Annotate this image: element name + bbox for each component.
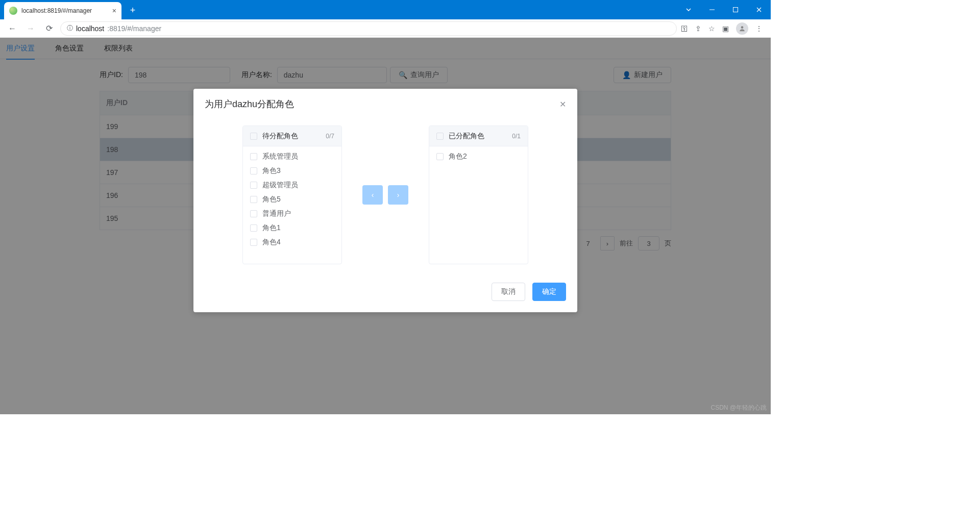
info-icon: ⓘ bbox=[67, 24, 73, 33]
checkbox[interactable] bbox=[250, 182, 257, 189]
checkbox[interactable] bbox=[250, 153, 257, 160]
item-label: 角色4 bbox=[262, 238, 281, 247]
panel-title: 待分配角色 bbox=[262, 132, 326, 141]
reload-icon[interactable]: ⟳ bbox=[42, 21, 56, 36]
cancel-button[interactable]: 取消 bbox=[492, 283, 525, 301]
transfer-item[interactable]: 角色1 bbox=[243, 221, 341, 235]
tab-favicon bbox=[9, 7, 17, 15]
close-icon[interactable]: ✕ bbox=[559, 99, 566, 109]
available-roles-panel: 待分配角色 0/7 系统管理员角色3超级管理员角色5普通用户角色1角色4 bbox=[242, 126, 342, 264]
browser-tab[interactable]: localhost:8819/#/manager × bbox=[4, 2, 121, 19]
tab-title: localhost:8819/#/manager bbox=[21, 7, 92, 14]
panel-title: 已分配角色 bbox=[449, 132, 512, 141]
dialog-title: 为用户dazhu分配角色 bbox=[205, 98, 559, 110]
item-label: 普通用户 bbox=[262, 209, 291, 218]
item-label: 角色2 bbox=[449, 152, 467, 161]
item-label: 系统管理员 bbox=[262, 152, 298, 161]
transfer-item[interactable]: 角色5 bbox=[243, 192, 341, 207]
back-icon[interactable]: ← bbox=[5, 21, 19, 36]
browser-actions: ⚿ ⇪ ☆ ▣ ⋮ bbox=[681, 22, 766, 35]
checkbox[interactable] bbox=[250, 167, 257, 174]
modal-overlay: 为用户dazhu分配角色 ✕ 待分配角色 0/7 系统管理员角色3超级管理员角色… bbox=[0, 38, 771, 414]
checkbox[interactable] bbox=[250, 210, 257, 217]
item-label: 角色1 bbox=[262, 223, 281, 233]
new-tab-button[interactable]: + bbox=[126, 3, 140, 17]
share-icon[interactable]: ⇪ bbox=[695, 24, 701, 33]
transfer-buttons: ‹ › bbox=[362, 185, 408, 205]
item-label: 超级管理员 bbox=[262, 181, 298, 190]
page-content: 用户设置 角色设置 权限列表 用户ID: 198 用户名称: dazhu 🔍 查… bbox=[0, 38, 771, 414]
svg-rect-1 bbox=[733, 8, 738, 12]
transfer-item[interactable]: 普通用户 bbox=[243, 207, 341, 221]
panel-count: 0/7 bbox=[326, 133, 334, 140]
browser-toolbar: ← → ⟳ ⓘ localhost:8819/#/manager ⚿ ⇪ ☆ ▣… bbox=[0, 19, 771, 38]
transfer-item[interactable]: 角色3 bbox=[243, 164, 341, 178]
transfer-item[interactable]: 超级管理员 bbox=[243, 178, 341, 192]
forward-icon[interactable]: → bbox=[23, 21, 38, 36]
select-all-checkbox[interactable] bbox=[250, 133, 257, 140]
star-icon[interactable]: ☆ bbox=[708, 24, 715, 33]
url-path: :8819/#/manager bbox=[107, 24, 161, 33]
chevron-down-icon[interactable] bbox=[677, 0, 700, 19]
close-tab-icon[interactable]: × bbox=[112, 7, 116, 15]
profile-avatar[interactable] bbox=[736, 22, 748, 35]
role-transfer: 待分配角色 0/7 系统管理员角色3超级管理员角色5普通用户角色1角色4 ‹ ›… bbox=[193, 113, 577, 283]
move-left-button[interactable]: ‹ bbox=[362, 185, 383, 205]
checkbox[interactable] bbox=[250, 239, 257, 246]
browser-titlebar: localhost:8819/#/manager × + bbox=[0, 0, 771, 19]
svg-point-4 bbox=[741, 26, 744, 29]
transfer-item[interactable]: 角色2 bbox=[429, 149, 528, 164]
item-label: 角色3 bbox=[262, 166, 281, 175]
transfer-item[interactable]: 角色4 bbox=[243, 235, 341, 249]
assigned-roles-panel: 已分配角色 0/1 角色2 bbox=[429, 126, 528, 264]
assign-role-dialog: 为用户dazhu分配角色 ✕ 待分配角色 0/7 系统管理员角色3超级管理员角色… bbox=[193, 89, 577, 312]
item-label: 角色5 bbox=[262, 195, 281, 204]
move-right-button[interactable]: › bbox=[388, 185, 408, 205]
select-all-checkbox[interactable] bbox=[436, 133, 444, 140]
menu-icon[interactable]: ⋮ bbox=[755, 24, 763, 33]
window-minimize-icon[interactable] bbox=[700, 0, 724, 19]
window-maximize-icon[interactable] bbox=[724, 0, 747, 19]
checkbox[interactable] bbox=[250, 196, 257, 203]
window-close-icon[interactable] bbox=[747, 0, 771, 19]
transfer-item[interactable]: 系统管理员 bbox=[243, 149, 341, 164]
extension-icon[interactable]: ▣ bbox=[722, 24, 729, 33]
confirm-button[interactable]: 确定 bbox=[532, 283, 566, 301]
chevron-left-icon: ‹ bbox=[372, 191, 374, 199]
address-bar[interactable]: ⓘ localhost:8819/#/manager bbox=[60, 21, 677, 36]
chevron-right-icon: › bbox=[397, 191, 400, 199]
url-host: localhost bbox=[76, 24, 104, 33]
window-controls bbox=[677, 0, 771, 19]
watermark-text: CSDN @年轻的心跳 bbox=[710, 404, 767, 412]
panel-count: 0/1 bbox=[512, 133, 521, 140]
checkbox[interactable] bbox=[436, 153, 444, 160]
key-icon[interactable]: ⚿ bbox=[681, 24, 688, 33]
checkbox[interactable] bbox=[250, 224, 257, 232]
